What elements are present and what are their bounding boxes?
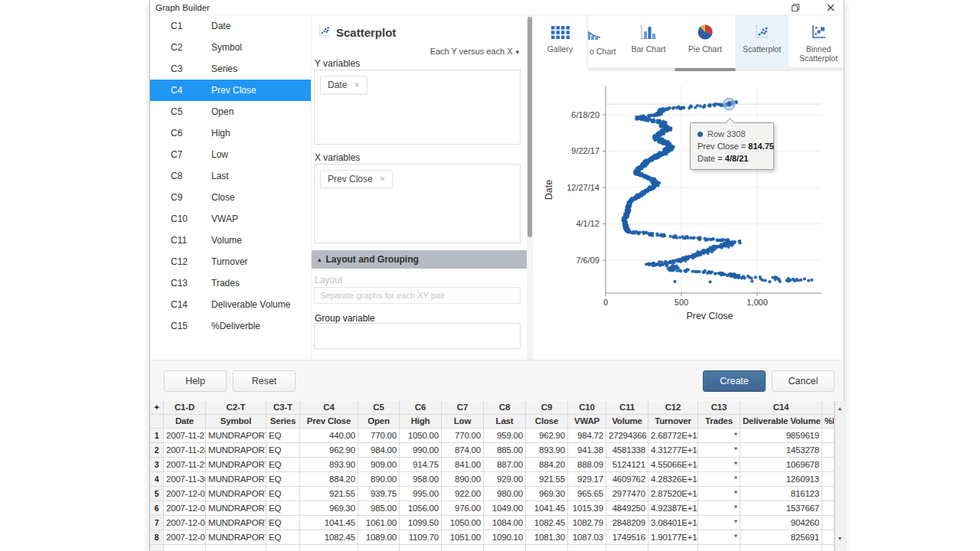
gallery-item-bar-chart[interactable]: Bar Chart xyxy=(622,15,675,67)
cancel-button[interactable]: Cancel xyxy=(772,370,835,392)
table-cell[interactable]: MUNDRAPORT xyxy=(206,429,266,442)
table-cell[interactable]: 884.20 xyxy=(300,472,358,486)
table-cell[interactable]: * xyxy=(698,501,740,515)
column-item-c14[interactable]: C14 Deliverable Volume xyxy=(150,294,311,315)
variable-chip[interactable]: Date ✕ xyxy=(320,76,368,94)
table-cell[interactable] xyxy=(822,443,835,457)
layout-grouping-header[interactable]: ▴ Layout and Grouping xyxy=(312,250,527,269)
table-cell[interactable]: MUNDRAPORT xyxy=(206,443,266,457)
scroll-up-icon[interactable]: ▲ xyxy=(835,403,844,413)
table-header-cell[interactable]: C5 xyxy=(358,401,400,414)
table-header-cell[interactable]: High xyxy=(400,415,442,428)
restore-window-icon[interactable] xyxy=(789,1,802,15)
table-cell[interactable]: 929.17 xyxy=(568,472,606,486)
table-cell[interactable] xyxy=(400,545,442,551)
window-titlebar[interactable]: Graph Builder xyxy=(150,0,844,15)
table-row-number[interactable]: 5 xyxy=(150,487,164,500)
builder-panel-scrollbar[interactable] xyxy=(527,15,533,360)
table-cell[interactable] xyxy=(822,516,835,530)
table-cell[interactable]: 1.90177E+14 xyxy=(648,530,698,544)
table-cell[interactable]: 4849250 xyxy=(606,501,648,515)
table-cell[interactable]: 1260913 xyxy=(740,472,822,486)
table-cell[interactable]: EQ xyxy=(266,472,300,486)
table-cell[interactable]: 1082.45 xyxy=(526,516,568,530)
column-item-c12[interactable]: C12 Turnover xyxy=(150,251,311,272)
group-variable-dropzone[interactable] xyxy=(314,323,521,349)
table-corner-icon[interactable]: ✦ xyxy=(150,401,164,414)
table-cell[interactable]: * xyxy=(698,443,740,457)
table-cell[interactable]: MUNDRAPORT xyxy=(206,472,266,486)
column-item-c8[interactable]: C8 Last xyxy=(150,165,311,187)
table-header-cell[interactable]: Low xyxy=(442,415,484,428)
table-cell[interactable]: 1069678 xyxy=(740,458,822,471)
table-cell[interactable] xyxy=(822,530,835,544)
table-cell[interactable]: EQ xyxy=(266,458,300,471)
table-cell[interactable]: * xyxy=(698,472,740,486)
table-cell[interactable]: 1050.00 xyxy=(442,516,484,530)
table-cell[interactable]: 890.00 xyxy=(442,472,484,486)
column-item-c13[interactable]: C13 Trades xyxy=(150,272,311,294)
column-item-c11[interactable]: C11 Volume xyxy=(150,230,311,251)
table-cell[interactable]: * xyxy=(698,458,740,471)
table-cell[interactable]: 1749516 xyxy=(606,530,648,544)
table-cell[interactable]: 770.00 xyxy=(442,429,484,442)
table-cell[interactable] xyxy=(300,545,358,551)
table-cell[interactable]: 921.55 xyxy=(526,472,568,486)
table-header-cell[interactable]: C1-D xyxy=(164,401,206,414)
table-cell[interactable] xyxy=(484,545,526,551)
table-cell[interactable]: 1051.00 xyxy=(442,530,484,544)
table-header-cell[interactable]: C10 xyxy=(568,401,606,414)
table-cell[interactable]: 885.00 xyxy=(484,443,526,457)
table-cell[interactable]: 1099.50 xyxy=(400,516,442,530)
table-cell[interactable]: 1061.00 xyxy=(358,516,400,530)
table-header-cell[interactable]: C9 xyxy=(526,401,568,414)
table-row-number[interactable]: 3 xyxy=(150,458,164,471)
table-cell[interactable]: 4609762 xyxy=(606,472,648,486)
table-row-number[interactable]: 4 xyxy=(150,472,164,486)
table-cell[interactable]: 27294366 xyxy=(606,429,648,442)
table-header-cell[interactable]: C6 xyxy=(400,401,442,414)
table-cell[interactable]: 1084.00 xyxy=(484,516,526,530)
table-cell[interactable] xyxy=(822,501,835,515)
table-scrollbar[interactable]: ▲ ▼ xyxy=(835,401,844,551)
table-row-number[interactable]: 2 xyxy=(150,443,164,457)
table-cell[interactable]: * xyxy=(698,530,740,544)
table-corner-cell[interactable] xyxy=(150,415,164,428)
table-cell[interactable]: 2007-11-29 xyxy=(164,458,206,471)
table-cell[interactable]: 2977470 xyxy=(606,487,648,500)
table-cell[interactable]: 904260 xyxy=(740,516,822,530)
table-header-cell[interactable]: C14 xyxy=(740,401,822,414)
table-cell[interactable]: EQ xyxy=(266,516,300,530)
table-row-number[interactable] xyxy=(150,545,164,551)
column-item-c1[interactable]: C1 Date xyxy=(150,15,311,37)
help-button[interactable]: Help xyxy=(164,370,227,392)
table-cell[interactable]: 4581338 xyxy=(606,443,648,457)
table-cell[interactable]: 770.00 xyxy=(358,429,400,442)
variable-chip[interactable]: Prev Close ✕ xyxy=(320,170,393,188)
table-cell[interactable]: 980.00 xyxy=(484,487,526,500)
table-cell[interactable]: 2007-11-27 xyxy=(164,429,206,442)
table-header-cell[interactable]: Turnover xyxy=(648,415,698,428)
table-cell[interactable]: EQ xyxy=(266,443,300,457)
gallery-item-pie-chart[interactable]: Pie Chart xyxy=(678,15,732,67)
table-cell[interactable] xyxy=(822,429,835,442)
table-cell[interactable]: EQ xyxy=(266,501,300,515)
table-header-cell[interactable]: Trades xyxy=(698,415,740,428)
table-cell[interactable]: EQ xyxy=(266,530,300,544)
table-cell[interactable]: 909.00 xyxy=(358,458,400,471)
table-cell[interactable] xyxy=(526,545,568,551)
table-cell[interactable]: 825691 xyxy=(740,530,822,544)
table-cell[interactable] xyxy=(266,545,300,551)
table-cell[interactable]: 4.31277E+14 xyxy=(648,443,698,457)
table-cell[interactable]: 995.00 xyxy=(400,487,442,500)
table-header-cell[interactable]: Last xyxy=(484,415,526,428)
table-cell[interactable]: 5124121 xyxy=(606,458,648,471)
table-cell[interactable] xyxy=(822,472,835,486)
table-cell[interactable]: 1109.70 xyxy=(400,530,442,544)
table-cell[interactable]: EQ xyxy=(266,429,300,442)
table-cell[interactable]: 893.90 xyxy=(526,443,568,457)
table-cell[interactable]: 884.20 xyxy=(526,458,568,471)
table-row-number[interactable]: 7 xyxy=(150,516,164,530)
table-header-cell[interactable]: C8 xyxy=(484,401,526,414)
table-row-number[interactable]: 8 xyxy=(150,530,164,544)
